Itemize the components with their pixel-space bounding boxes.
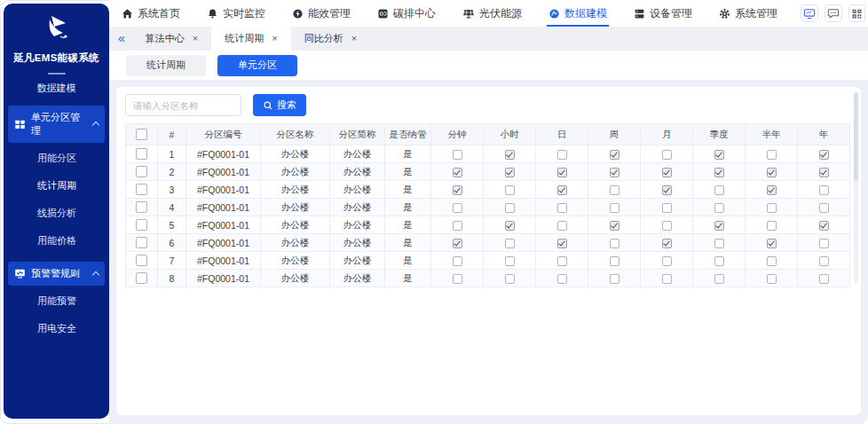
tab-algorithm-center[interactable]: 算法中心 ×	[132, 27, 211, 51]
period-checkbox-half-year[interactable]	[767, 221, 777, 231]
period-checkbox-year[interactable]	[819, 221, 829, 231]
nav-item-energy-efficiency[interactable]: 能效管理	[288, 0, 354, 27]
period-checkbox-hour[interactable]	[505, 256, 515, 266]
period-checkbox-day[interactable]	[557, 221, 567, 231]
period-checkbox-day[interactable]	[557, 239, 567, 248]
period-checkbox-half-year[interactable]	[767, 256, 777, 266]
period-checkbox-year[interactable]	[819, 239, 829, 248]
sidebar-group-unit-partition-management[interactable]: 单元分区管理	[8, 106, 105, 143]
vertical-scrollbar[interactable]	[854, 92, 858, 283]
unit-partition-button[interactable]: 单元分区	[217, 55, 297, 76]
period-checkbox-hour[interactable]	[505, 274, 515, 284]
nav-item-pv-energy[interactable]: 光伏能源	[459, 0, 525, 27]
period-checkbox-day[interactable]	[557, 274, 567, 284]
period-checkbox-minute[interactable]	[453, 221, 462, 231]
period-checkbox-hour[interactable]	[505, 239, 515, 248]
period-checkbox-year[interactable]	[819, 203, 829, 213]
period-checkbox-month[interactable]	[662, 256, 672, 266]
row-checkbox[interactable]	[136, 201, 147, 213]
partition-name-input[interactable]	[125, 94, 241, 116]
sidebar-item-line-loss-analysis[interactable]: 线损分析	[4, 200, 109, 227]
period-checkbox-day[interactable]	[557, 203, 567, 213]
period-checkbox-week[interactable]	[610, 274, 619, 284]
collapse-tabs-button[interactable]: «	[114, 32, 132, 46]
period-checkbox-quarter[interactable]	[714, 185, 724, 195]
period-checkbox-week[interactable]	[610, 239, 619, 248]
period-checkbox-week[interactable]	[610, 168, 619, 177]
row-checkbox[interactable]	[136, 184, 147, 195]
period-checkbox-half-year[interactable]	[767, 274, 777, 284]
period-checkbox-quarter[interactable]	[714, 256, 724, 266]
period-checkbox-half-year[interactable]	[767, 239, 777, 248]
period-checkbox-year[interactable]	[819, 274, 829, 284]
sidebar-item-power-safety[interactable]: 用电安全	[4, 315, 109, 342]
close-icon[interactable]: ×	[272, 34, 277, 43]
sidebar-item-energy-partition[interactable]: 用能分区	[4, 145, 109, 172]
period-checkbox-quarter[interactable]	[714, 203, 724, 213]
period-checkbox-year[interactable]	[819, 150, 829, 160]
period-checkbox-minute[interactable]	[453, 239, 462, 248]
period-checkbox-month[interactable]	[662, 221, 672, 231]
period-checkbox-quarter[interactable]	[714, 274, 724, 284]
nav-item-system-management[interactable]: 系统管理	[715, 0, 781, 27]
period-checkbox-minute[interactable]	[453, 274, 462, 284]
period-checkbox-hour[interactable]	[505, 203, 515, 213]
period-checkbox-half-year[interactable]	[767, 203, 777, 213]
period-checkbox-quarter[interactable]	[714, 239, 724, 248]
row-checkbox[interactable]	[136, 166, 147, 177]
row-checkbox[interactable]	[136, 148, 147, 160]
sidebar-item-energy-price[interactable]: 用能价格	[4, 227, 109, 255]
period-checkbox-month[interactable]	[662, 185, 672, 195]
period-checkbox-week[interactable]	[610, 150, 619, 160]
period-checkbox-hour[interactable]	[505, 221, 515, 231]
period-checkbox-year[interactable]	[819, 256, 829, 266]
period-checkbox-week[interactable]	[610, 221, 619, 231]
row-checkbox[interactable]	[136, 255, 147, 266]
period-checkbox-day[interactable]	[557, 168, 567, 177]
row-checkbox[interactable]	[136, 219, 147, 231]
period-checkbox-minute[interactable]	[453, 185, 462, 195]
period-checkbox-minute[interactable]	[453, 168, 462, 177]
period-checkbox-day[interactable]	[557, 150, 567, 160]
nav-item-realtime-monitor[interactable]: 实时监控	[203, 0, 269, 27]
period-checkbox-month[interactable]	[662, 150, 672, 160]
period-checkbox-week[interactable]	[610, 256, 619, 266]
row-checkbox[interactable]	[136, 272, 147, 284]
sidebar-item-energy-alert[interactable]: 用能预警	[4, 287, 109, 315]
tab-yoy-analysis[interactable]: 同比分析 ×	[291, 27, 370, 51]
period-checkbox-quarter[interactable]	[714, 150, 724, 160]
period-checkbox-half-year[interactable]	[767, 185, 777, 195]
period-checkbox-week[interactable]	[610, 203, 619, 213]
period-checkbox-minute[interactable]	[453, 150, 462, 160]
sidebar-group-alert-rules[interactable]: 预警警规则	[8, 262, 105, 286]
nav-item-device-management[interactable]: 设备管理	[630, 0, 696, 27]
period-checkbox-half-year[interactable]	[767, 150, 777, 160]
period-checkbox-minute[interactable]	[453, 203, 462, 213]
scrollbar-thumb[interactable]	[854, 92, 858, 181]
period-checkbox-day[interactable]	[557, 185, 567, 195]
period-checkbox-month[interactable]	[662, 203, 672, 213]
period-checkbox-quarter[interactable]	[714, 221, 724, 231]
period-checkbox-year[interactable]	[819, 185, 829, 195]
period-checkbox-half-year[interactable]	[767, 168, 777, 177]
nav-item-data-modeling[interactable]: 数据建模	[545, 0, 611, 27]
period-checkbox-hour[interactable]	[505, 185, 515, 195]
period-checkbox-month[interactable]	[662, 239, 672, 248]
close-icon[interactable]: ×	[351, 34, 357, 43]
nav-item-carbon-center[interactable]: 碳排中心	[374, 0, 439, 27]
period-checkbox-week[interactable]	[610, 185, 619, 195]
tab-statistic-period[interactable]: 统计周期 ×	[211, 27, 290, 51]
sidebar-item-statistic-period[interactable]: 统计周期	[4, 172, 109, 200]
period-checkbox-hour[interactable]	[505, 150, 515, 160]
qr-code-button[interactable]	[848, 4, 866, 22]
period-checkbox-day[interactable]	[557, 256, 567, 266]
period-checkbox-year[interactable]	[819, 168, 829, 177]
row-checkbox[interactable]	[136, 237, 147, 248]
statistic-period-button[interactable]: 统计周期	[126, 55, 206, 76]
message-button[interactable]	[825, 4, 842, 22]
period-checkbox-minute[interactable]	[453, 256, 462, 266]
close-icon[interactable]: ×	[193, 34, 198, 43]
nav-item-home[interactable]: 系统首页	[118, 0, 184, 27]
screen-button[interactable]	[801, 4, 818, 22]
period-checkbox-month[interactable]	[662, 274, 672, 284]
